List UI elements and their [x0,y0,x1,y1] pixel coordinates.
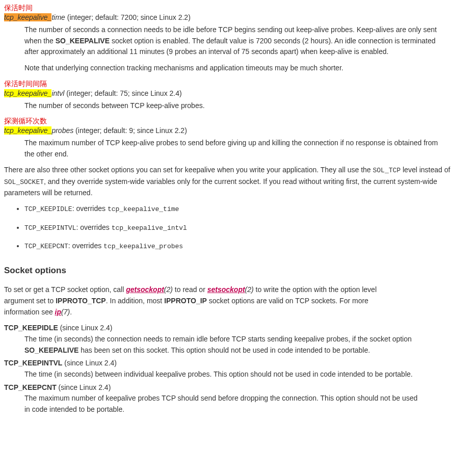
param-meta: (integer; default: 75; since Linux 2.4) [64,89,181,97]
override-target: tcp_keepalive_time [108,205,179,213]
param-suffix: intvl [51,89,64,97]
override-opt: TCP_KEEPCNT [24,243,68,250]
text: , and they override system-wide variable… [4,177,437,197]
annotation-keepalive-time: 保活时间 [4,3,472,12]
section-socket-options: Socket options [4,264,472,277]
opt-keepcnt-term: TCP_KEEPCNT (since Linux 2.4) [4,382,472,393]
opt-since: (since Linux 2.4) [57,383,111,391]
override-item-keepintvl: TCP_KEEPINTVL: overrides tcp_keepalive_i… [24,222,472,233]
param-prefix: tcp_keepalive_ [4,126,51,135]
manref: (2) [245,285,254,294]
param-meta: (integer; default: 7200; since Linux 2.2… [65,13,191,21]
opt-keepidle-term: TCP_KEEPIDLE (since Linux 2.4) [4,323,472,334]
override-target: tcp_keepalive_intvl [112,224,187,232]
param-keepalive-intvl-desc: The number of seconds between TCP keep-a… [24,100,442,112]
override-opt: TCP_KEEPINTVL [24,224,76,232]
text: level instead of [401,166,450,174]
text: . [70,308,72,316]
so-keepalive-label: SO_KEEPALIVE [56,37,110,45]
so-keepalive-label: SO_KEEPALIVE [24,346,78,354]
opt-keepintvl-term: TCP_KEEPINTVL (since Linux 2.4) [4,358,472,369]
param-keepalive-probes-desc: The maximum number of TCP keep-alive pro… [24,138,442,160]
opt-name: TCP_KEEPINTVL [4,359,62,367]
opt-keepcnt-desc: The maximum number of keepalive probes T… [24,393,422,415]
text: to read or [173,285,207,294]
manref: (7) [61,308,70,316]
getsockopt-link[interactable]: getsockopt [126,285,164,294]
socket-options-intro: There are also three other socket option… [4,165,472,198]
sockopt-intro-paragraph: To set or get a TCP socket option, call … [4,284,402,318]
text: To set or get a TCP socket option, call [4,285,126,294]
text: . In addition, most [106,297,164,305]
override-verb: : overrides [72,204,108,213]
override-item-keepcnt: TCP_KEEPCNT: overrides tcp_keepalive_pro… [24,241,472,252]
param-suffix: probes [51,126,73,135]
ipproto-tcp-label: IPPROTO_TCP [56,297,106,305]
setsockopt-link[interactable]: setsockopt [207,285,245,294]
param-suffix: time [51,13,65,21]
param-keepalive-intvl-header: tcp_keepalive_intvl (integer; default: 7… [4,88,472,99]
param-meta: (integer; default: 9; since Linux 2.2) [73,126,187,135]
text: There are also three other socket option… [4,166,373,174]
annotation-keepalive-intvl: 保活时间间隔 [4,79,472,88]
sol-socket-label: SOL_SOCKET [4,178,44,186]
opt-since: (since Linux 2.4) [58,324,113,332]
override-target: tcp_keepalive_probes [103,243,183,250]
param-prefix: tcp_keepalive_ [4,13,51,21]
opt-keepintvl-desc: The time (in seconds) between individual… [24,369,422,380]
opt-name: TCP_KEEPIDLE [4,324,58,332]
param-keepalive-probes-header: tcp_keepalive_probes (integer; default: … [4,125,472,137]
override-list: TCP_KEEPIDLE: overrides tcp_keepalive_ti… [4,203,472,251]
opt-since: (since Linux 2.4) [62,359,117,367]
ip-link[interactable]: ip [55,308,61,316]
override-opt: TCP_KEEPIDLE [24,205,72,213]
opt-keepidle-desc: The time (in seconds) the connection nee… [24,334,422,356]
param-keepalive-time-note: Note that underlying connection tracking… [24,63,442,74]
param-keepalive-time-header: tcp_keepalive_time (integer; default: 72… [4,12,472,23]
param-prefix: tcp_keepalive_ [4,89,51,97]
override-verb: : overrides [76,223,111,231]
text: has been set on this socket. This option… [78,346,370,354]
text: The time (in seconds) the connection nee… [24,335,412,343]
opt-name: TCP_KEEPCNT [4,383,57,391]
param-keepalive-time-desc: The number of seconds a connection needs… [24,24,442,58]
sol-tcp-label: SOL_TCP [373,167,401,174]
annotation-keepalive-probes: 探测循环次数 [4,116,472,125]
manref: (2) [164,285,173,294]
override-item-keepidle: TCP_KEEPIDLE: overrides tcp_keepalive_ti… [24,203,472,215]
ipproto-ip-label: IPPROTO_IP [164,297,207,305]
override-verb: : overrides [68,242,103,250]
